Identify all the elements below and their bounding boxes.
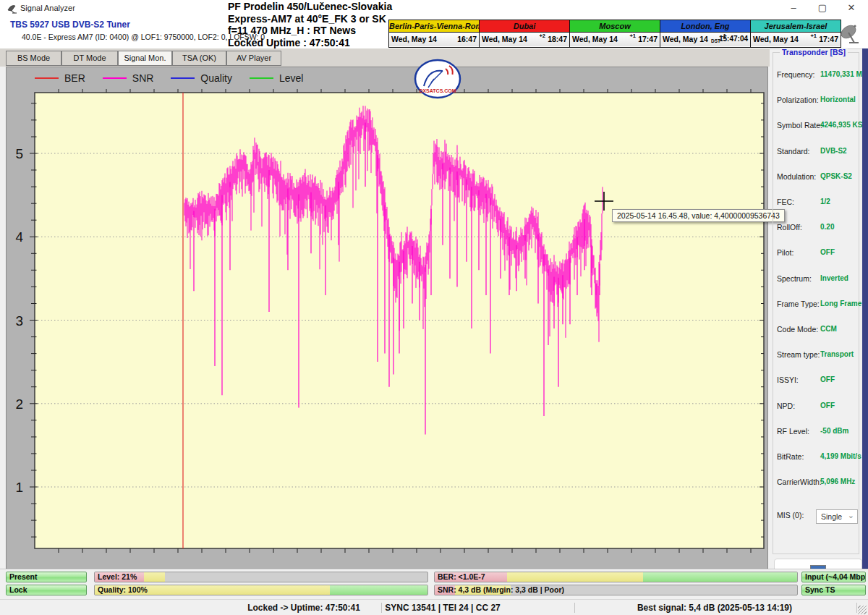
dxsatcs-logo: DXSATCS.COM xyxy=(414,59,461,99)
svg-text:5: 5 xyxy=(15,146,23,161)
transponder-value-8: Inverted xyxy=(820,274,848,282)
transponder-label-13: NPD: xyxy=(777,402,795,410)
transponder-label-6: RollOff: xyxy=(777,223,802,232)
legend-label: Level xyxy=(279,72,303,84)
transponder-label-8: Spectrum: xyxy=(777,274,812,283)
legend-swatch xyxy=(35,77,59,79)
clock-date: Wed, May 14 xyxy=(572,35,618,43)
transponder-value-10: CCM xyxy=(820,325,837,333)
transponder-label-11: Stream type: xyxy=(777,350,820,359)
app-icon xyxy=(7,3,17,14)
clock-time: 16:47 xyxy=(457,35,477,43)
transponder-label-3: Standard: xyxy=(777,147,810,156)
sync-ts-indicator: Sync TS xyxy=(801,585,866,595)
clock-city-label: London, Eng xyxy=(660,20,750,33)
clock-city-label: Dubai xyxy=(480,20,569,33)
tab-tsa-ok-[interactable]: TSA (OK) xyxy=(172,51,226,66)
clock-time: 17:47 xyxy=(638,35,658,43)
signal-analyzer-window: { "window": { "title": "Signal Analyzer"… xyxy=(0,0,868,615)
tab-signal-mon-[interactable]: Signal Mon. xyxy=(118,51,172,66)
station-line-3: f=11 470 MHz_H : RT News xyxy=(228,25,392,37)
clock-date: Wed, May 14 xyxy=(663,35,708,43)
clock-utc-offset: +2 xyxy=(539,33,545,39)
chart-legend: BERSNRQualityLevel xyxy=(35,71,320,85)
snr-label: SNR: 4,3 dB (Margin: 3,3 dB | Poor) xyxy=(438,585,564,595)
legend-swatch xyxy=(103,77,127,79)
transponder-label-4: Modulation: xyxy=(777,172,816,181)
close-button[interactable]: ✕ xyxy=(839,0,864,16)
clock-date: Wed, May 14 xyxy=(391,35,437,43)
legend-label: BER xyxy=(64,72,85,84)
clock-city-label: Moscow xyxy=(570,20,660,33)
transponder-value-9: Long Frame xyxy=(820,300,861,308)
clock-berlin-paris-vienna-roma: Berlin-Paris-Vienna-RomaWed, May 1416:47 xyxy=(388,20,480,48)
transponder-value-1: Horizontal xyxy=(820,96,856,103)
transponder-label-12: ISSYI: xyxy=(777,376,799,384)
window-edge-strip xyxy=(862,48,868,599)
transponder-value-5: 1/2 xyxy=(820,198,830,205)
station-line-4: Locked Uptime : 47:50:41 xyxy=(228,37,392,49)
transponder-label-5: FEC: xyxy=(777,198,794,206)
clock-utc-offset: +1 xyxy=(810,33,817,39)
maximize-button[interactable]: ▢ xyxy=(810,0,835,16)
clock-jerusalem-israel: Jerusalem-IsraelWed, May 14+117:47 xyxy=(750,20,841,48)
ber-progressbar: BER: <1.0E-7 xyxy=(434,572,798,582)
resize-grip[interactable] xyxy=(858,606,867,614)
transponder-value-12: OFF xyxy=(820,376,835,383)
clock-time: 15:47:04 xyxy=(719,35,748,43)
transponder-value-14: -50 dBm xyxy=(820,427,848,435)
clock-moscow: MoscowWed, May 14+117:47 xyxy=(569,20,660,48)
clock-time: 17:47 xyxy=(819,35,838,43)
clock-city-label: Jerusalem-Israel xyxy=(751,20,841,33)
snr-plot-area[interactable]: 12345 xyxy=(35,93,764,548)
svg-text:3: 3 xyxy=(15,313,23,328)
transponder-value-7: OFF xyxy=(820,248,835,256)
minimize-button[interactable]: – xyxy=(781,0,806,16)
legend-swatch xyxy=(171,77,195,79)
transponder-title: Transponder [BS] xyxy=(780,48,848,56)
legend-label: SNR xyxy=(132,72,154,84)
status-best-signal: Best signal: 5,4 dB (2025-05-13 14:19) xyxy=(637,603,792,613)
mis-dropdown[interactable]: Single ⌄ xyxy=(816,509,858,524)
lock-indicator: Lock xyxy=(6,585,87,595)
chevron-down-icon: ⌄ xyxy=(848,511,854,520)
transponder-value-11: Transport xyxy=(820,350,854,358)
clock-date: Wed, May 14 xyxy=(482,35,527,43)
transponder-label-10: Code Mode: xyxy=(777,325,818,334)
status-bar: Locked -> Uptime: 47:50:41 SYNC 13541 | … xyxy=(0,599,868,615)
transponder-value-16: 5,096 MHz xyxy=(820,478,855,485)
clock-london-eng: London, EngWed, May 14DST-115:47:04 xyxy=(660,20,751,48)
window-title: Signal Analyzer xyxy=(20,4,75,12)
svg-text:4: 4 xyxy=(15,229,23,245)
mis-selected-value: Single xyxy=(821,512,842,521)
input-indicator: Input (~4,04 Mbps) xyxy=(801,572,866,582)
station-line-1: PF Prodelin 450/Lučenec-Slovakia xyxy=(228,1,392,13)
present-indicator: Present xyxy=(6,572,87,582)
snr-progressbar: SNR: 4,3 dB (Margin: 3,3 dB | Poor) xyxy=(434,585,798,595)
tuner-name: TBS 5927 USB DVB-S2 Tuner xyxy=(10,20,130,30)
transponder-label-0: Frequency: xyxy=(777,70,815,79)
transponder-value-4: QPSK-S2 xyxy=(820,172,852,180)
transponder-value-2: 4246,935 KS/s xyxy=(820,121,868,129)
transponder-value-6: 0.20 xyxy=(820,223,834,231)
tab-bs-mode[interactable]: BS Mode xyxy=(6,51,61,66)
svg-text:2: 2 xyxy=(15,396,23,412)
tab-dt-mode[interactable]: DT Mode xyxy=(61,51,118,66)
level-label: Level: 21% xyxy=(98,572,137,582)
clock-dubai: DubaiWed, May 14+218:47 xyxy=(479,20,570,48)
legend-item-snr: SNR xyxy=(103,72,154,84)
satellite-dish-icon xyxy=(839,23,859,46)
transponder-label-9: Frame Type: xyxy=(777,300,820,308)
ber-label: BER: <1.0E-7 xyxy=(438,572,485,582)
transponder-value-15: 4,199 Mbit/s xyxy=(820,452,861,460)
legend-item-level: Level xyxy=(250,72,303,84)
clock-utc-offset: +1 xyxy=(629,33,636,39)
tab-av-player[interactable]: AV Player xyxy=(226,51,281,66)
status-sync-counters: SYNC 13541 | TEI 24 | CC 27 xyxy=(385,603,500,613)
transponder-label-14: RF Level: xyxy=(777,427,809,436)
legend-item-quality: Quality xyxy=(171,72,232,84)
clock-time: 18:47 xyxy=(548,35,567,43)
transponder-label-15: BitRate: xyxy=(777,452,804,461)
legend-item-ber: BER xyxy=(35,72,85,84)
station-line-2: Express-AM7 at 40°E_FK 3 or SK xyxy=(228,13,392,25)
